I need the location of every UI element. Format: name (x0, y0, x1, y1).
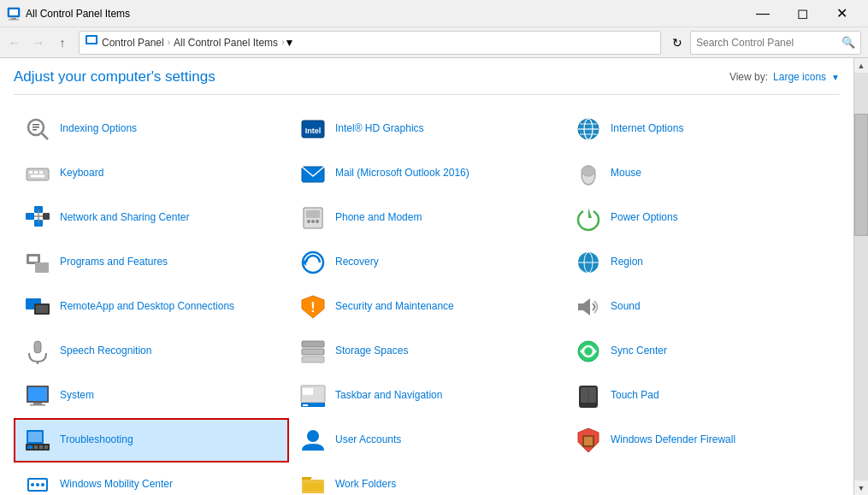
network-sharing-label: Network and Sharing Center (60, 211, 189, 225)
item-taskbar-navigation[interactable]: Taskbar and Navigation (289, 374, 564, 418)
refresh-button[interactable]: ↻ (666, 32, 688, 54)
item-windows-defender[interactable]: Windows Defender Firewall (564, 418, 840, 463)
svg-rect-19 (29, 171, 32, 174)
svg-point-87 (41, 483, 44, 486)
item-indexing-options[interactable]: Indexing Options (14, 107, 289, 151)
svg-rect-68 (303, 388, 313, 395)
scroll-thumb[interactable] (854, 114, 868, 236)
content-wrapper: Adjust your computer's settings View by:… (0, 58, 868, 495)
taskbar-navigation-label: Taskbar and Navigation (335, 389, 442, 403)
internet-options-icon (575, 115, 602, 143)
item-phone-modem[interactable]: Phone and Modem (289, 196, 564, 240)
touch-pad-label: Touch Pad (611, 389, 659, 403)
window-title: All Control Panel Items (26, 8, 743, 20)
scroll-track[interactable] (854, 73, 868, 480)
item-internet-options[interactable]: Internet Options (564, 107, 840, 151)
svg-rect-73 (28, 432, 42, 442)
mail-label: Mail (Microsoft Outlook 2016) (335, 167, 469, 180)
windows-defender-label: Windows Defender Firewall (611, 433, 735, 447)
phone-modem-icon (299, 204, 327, 232)
item-mail[interactable]: Mail (Microsoft Outlook 2016) (289, 151, 564, 196)
item-sync-center[interactable]: Sync Center (564, 329, 840, 374)
scroll-up-button[interactable]: ▲ (854, 58, 869, 73)
navigation-bar: ← → ↑ Control Panel › All Control Panel … (0, 27, 868, 58)
network-sharing-icon (24, 204, 51, 232)
mouse-label: Mouse (611, 167, 641, 180)
maximize-button[interactable]: ◻ (782, 0, 822, 27)
svg-rect-21 (39, 171, 43, 174)
programs-features-label: Programs and Features (60, 256, 168, 269)
breadcrumb: Control Panel › All Control Panel Items … (102, 37, 284, 49)
item-security-maintenance[interactable]: !Security and Maintenance (289, 285, 564, 329)
scroll-down-button[interactable]: ▼ (854, 480, 869, 495)
item-network-sharing[interactable]: Network and Sharing Center (14, 196, 289, 240)
viewby-option[interactable]: Large icons (773, 71, 826, 83)
app-icon (7, 7, 21, 21)
item-touch-pad[interactable]: Touch Pad (564, 374, 840, 418)
speech-recognition-icon (24, 338, 51, 365)
speech-recognition-label: Speech Recognition (60, 345, 151, 358)
item-programs-features[interactable]: Programs and Features (14, 240, 289, 285)
item-recovery[interactable]: Recovery (289, 240, 564, 285)
item-sound[interactable]: Sound (564, 285, 840, 329)
item-user-accounts[interactable]: User Accounts (289, 418, 564, 463)
viewby-dropdown-icon[interactable]: ▼ (831, 73, 840, 82)
address-dropdown-button[interactable]: ▼ (284, 37, 301, 49)
svg-rect-1 (9, 9, 18, 15)
remoteapp-icon (24, 293, 51, 321)
programs-features-icon (24, 249, 51, 276)
svg-rect-2 (11, 18, 16, 20)
troubleshooting-icon (24, 427, 51, 454)
storage-spaces-icon (299, 338, 327, 365)
svg-rect-64 (30, 404, 45, 406)
item-power-options[interactable]: Power Options (564, 196, 840, 240)
svg-line-10 (42, 133, 48, 139)
breadcrumb-all-items[interactable]: All Control Panel Items (174, 37, 278, 49)
svg-rect-30 (43, 213, 50, 220)
work-folders-icon (299, 471, 327, 495)
sound-icon (575, 293, 602, 321)
security-maintenance-icon: ! (299, 293, 327, 321)
taskbar-navigation-icon (299, 382, 327, 410)
svg-point-79 (307, 430, 319, 442)
address-bar[interactable]: Control Panel › All Control Panel Items … (79, 31, 661, 55)
svg-rect-40 (29, 256, 38, 262)
item-storage-spaces[interactable]: Storage Spaces (289, 329, 564, 374)
item-remoteapp[interactable]: RemoteApp and Desktop Connections (14, 285, 289, 329)
items-grid: Indexing OptionsIntelIntel® HD GraphicsI… (14, 107, 840, 495)
svg-rect-55 (302, 341, 324, 347)
item-work-folders[interactable]: Work Folders (289, 463, 564, 495)
svg-rect-76 (34, 445, 38, 449)
svg-rect-27 (26, 213, 34, 220)
internet-options-label: Internet Options (611, 122, 683, 136)
search-icon[interactable]: 🔍 (841, 36, 855, 49)
breadcrumb-control-panel[interactable]: Control Panel (102, 37, 164, 49)
back-button[interactable]: ← (3, 32, 26, 54)
close-button[interactable]: ✕ (822, 0, 861, 27)
intel-hd-icon: Intel (299, 115, 327, 143)
up-button[interactable]: ↑ (51, 32, 74, 54)
item-speech-recognition[interactable]: Speech Recognition (14, 329, 289, 374)
minimize-button[interactable]: — (743, 0, 782, 27)
item-intel-hd[interactable]: IntelIntel® HD Graphics (289, 107, 564, 151)
forward-button[interactable]: → (27, 32, 50, 54)
search-input[interactable] (696, 37, 841, 49)
viewby-label: View by: (729, 71, 768, 83)
keyboard-label: Keyboard (60, 167, 103, 180)
power-options-icon (575, 204, 602, 232)
item-mouse[interactable]: Mouse (564, 151, 840, 196)
search-bar[interactable]: 🔍 (690, 31, 861, 55)
item-keyboard[interactable]: Keyboard (14, 151, 289, 196)
svg-rect-77 (39, 445, 43, 449)
svg-rect-82 (584, 437, 593, 445)
item-system[interactable]: System (14, 374, 289, 418)
item-troubleshooting[interactable]: Troubleshooting (14, 418, 289, 463)
keyboard-icon (24, 160, 51, 187)
svg-rect-8 (32, 127, 39, 128)
item-region[interactable]: Region (564, 240, 840, 285)
recovery-icon (299, 249, 327, 276)
svg-rect-5 (87, 37, 96, 43)
item-windows-mobility[interactable]: Windows Mobility Center (14, 463, 289, 495)
svg-rect-88 (304, 483, 322, 491)
user-accounts-label: User Accounts (335, 433, 401, 447)
